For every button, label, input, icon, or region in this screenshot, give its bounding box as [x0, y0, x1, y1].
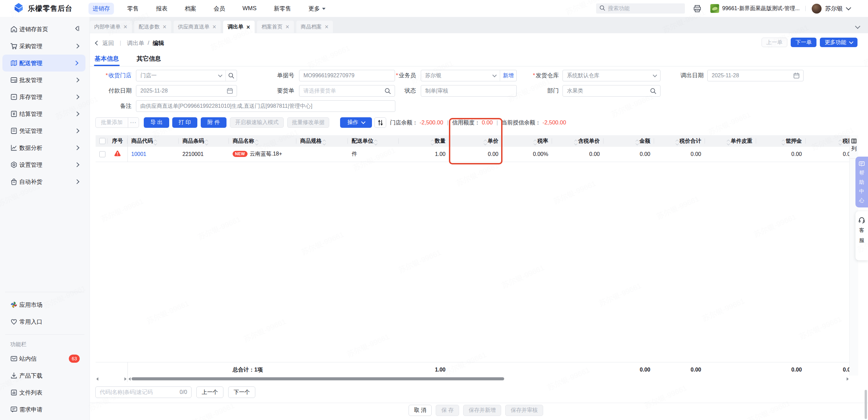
sidebar-item[interactable]: 库存管理 — [0, 88, 90, 105]
column-header[interactable]: 数量 — [399, 135, 449, 147]
sort-icon[interactable] — [575, 140, 577, 144]
sidebar-item[interactable]: 设置管理 — [0, 156, 90, 173]
column-header[interactable]: 税额 — [806, 135, 849, 147]
column-header[interactable]: 商品代码 — [127, 135, 179, 147]
sidebar-item[interactable]: 结算管理 — [0, 105, 90, 122]
speed-input-mode-button[interactable]: 开启极速输入模式 — [230, 117, 284, 128]
sort-icon[interactable] — [839, 140, 842, 144]
column-header[interactable]: 配送单位 — [348, 135, 399, 147]
column-header[interactable]: 商品规格 — [296, 135, 348, 147]
vertical-scrollbar-thumb[interactable] — [865, 390, 867, 419]
cancel-button[interactable]: 取 消 — [409, 405, 432, 416]
top-nav-item[interactable]: 会员 — [214, 3, 225, 15]
column-header[interactable]: 单价 — [449, 135, 502, 147]
column-header[interactable]: 单件皮重 — [705, 135, 756, 147]
document-tab[interactable]: 档案首页 × — [257, 21, 294, 33]
document-tab[interactable]: 供应商直送单 × — [174, 21, 221, 33]
column-header[interactable]: 商品名称 — [229, 135, 296, 147]
scrollbar-thumb[interactable] — [132, 377, 504, 380]
print-button[interactable]: 打 印 — [172, 117, 197, 128]
document-tab[interactable]: 调出单 × — [223, 21, 255, 33]
row-checkbox[interactable] — [99, 138, 105, 144]
pay-date-picker[interactable]: 2025-11-28 — [136, 85, 237, 97]
dept-input[interactable]: 水果类 — [563, 85, 660, 97]
tenant-switcher[interactable]: 99661-新界面果蔬版测试-管理... — [710, 4, 800, 13]
sidebar-item[interactable]: 自动补货 — [0, 173, 90, 190]
save-and-new-button[interactable]: 保存并新增 — [463, 405, 501, 416]
next-order-button[interactable]: 下一单 — [791, 38, 816, 47]
sidebar-item[interactable]: 文件列表 — [0, 384, 90, 401]
sidebar-item[interactable]: 常用入口 — [0, 313, 90, 330]
remark-input[interactable]: 由供应商直送单[PO99661992281010]生成,直送门店[9987811… — [136, 100, 395, 112]
column-header[interactable]: 税率 — [502, 135, 552, 147]
sort-icon[interactable] — [727, 140, 730, 144]
save-and-audit-button[interactable]: 保存并审核 — [505, 405, 543, 416]
top-nav-item[interactable]: 零售 — [127, 3, 139, 15]
attachment-button[interactable]: 附 件 — [201, 117, 226, 128]
back-button[interactable]: 返回 — [102, 39, 114, 47]
tab-close-icon[interactable]: × — [246, 24, 251, 30]
sidebar-item[interactable]: 站内信 63 — [0, 350, 90, 367]
tab-close-icon[interactable]: × — [123, 24, 128, 30]
scroll-left-icon[interactable] — [129, 377, 131, 381]
sidebar-collapse-icon[interactable] — [73, 25, 81, 34]
scroll-right-icon[interactable] — [847, 377, 849, 381]
row-checkbox[interactable] — [99, 151, 105, 157]
tab-close-icon[interactable]: × — [212, 24, 217, 30]
column-settings-button[interactable]: 列 — [850, 135, 858, 159]
global-search-input[interactable]: 搜索功能 — [596, 3, 685, 14]
document-tab[interactable]: 商品档案 × — [296, 21, 333, 33]
sort-icon[interactable] — [205, 140, 208, 144]
sidebar-item[interactable]: 进销存首页 — [0, 21, 90, 38]
help-center-tab[interactable]: 帮助中心 — [855, 157, 868, 207]
column-header[interactable]: 商品条码 — [179, 135, 229, 147]
sort-icon[interactable] — [323, 140, 326, 144]
printer-button[interactable] — [693, 4, 702, 13]
info-tab[interactable]: 其它信息 — [137, 51, 161, 66]
document-tab[interactable]: 内部申请单 × — [90, 21, 132, 33]
scroll-left-icon[interactable] — [96, 377, 98, 381]
column-header[interactable]: 筐押金 — [756, 135, 806, 147]
column-header[interactable]: 金额 — [604, 135, 654, 147]
top-nav-item[interactable]: 报表 — [156, 3, 167, 15]
tab-close-icon[interactable]: × — [285, 24, 290, 30]
tab-close-icon[interactable]: × — [162, 24, 167, 30]
save-button[interactable]: 保 存 — [436, 405, 459, 416]
action-dropdown-button[interactable]: 操作 — [340, 117, 372, 128]
sort-icon[interactable] — [431, 140, 434, 144]
sort-icon[interactable] — [534, 140, 536, 144]
sidebar-item[interactable]: 采购管理 — [0, 38, 90, 55]
sort-icon[interactable] — [676, 140, 678, 144]
batch-edit-button[interactable]: 批量修改单据 — [287, 117, 329, 128]
sort-icon[interactable] — [154, 140, 157, 144]
quickfind-input[interactable]: 代码|名称|条码|速记码 0/0 — [95, 386, 192, 398]
store-select[interactable]: 门店一 — [136, 70, 237, 81]
sort-icon[interactable] — [375, 140, 377, 144]
batch-add-button[interactable]: 批量添加 — [96, 118, 128, 127]
user-menu-chevron-icon[interactable] — [846, 5, 851, 10]
info-tab[interactable]: 基本信息 — [95, 51, 119, 66]
column-header[interactable]: 税价合计 — [654, 135, 705, 147]
sidebar-item[interactable]: 凭证管理 — [0, 122, 90, 139]
top-nav-item[interactable]: 更多 — [309, 3, 326, 15]
tabbar-overflow-button[interactable] — [852, 21, 863, 33]
batch-add-more-button[interactable]: ··· — [128, 118, 139, 127]
find-next-button[interactable]: 下一个 — [228, 386, 255, 398]
find-prev-button[interactable]: 上一个 — [196, 386, 223, 398]
sort-icon[interactable] — [484, 140, 487, 144]
sidebar-item[interactable]: 数据分析 — [0, 139, 90, 156]
sidebar-item[interactable]: 批发管理 — [0, 72, 90, 88]
top-nav-item[interactable]: WMS — [242, 3, 257, 14]
sidebar-item[interactable]: 需求申请 — [0, 401, 90, 418]
document-tab[interactable]: 配送参数 × — [134, 21, 171, 33]
back-chevron-icon[interactable] — [95, 41, 100, 45]
sidebar-item[interactable]: 配送管理 — [2, 55, 85, 72]
customer-service-button[interactable]: 客服 — [855, 211, 868, 260]
top-nav-item[interactable]: 进销存 — [88, 3, 114, 15]
sort-icon[interactable] — [782, 140, 785, 144]
user-avatar[interactable] — [812, 4, 822, 14]
sort-icon[interactable] — [636, 140, 638, 144]
tab-close-icon[interactable]: × — [324, 24, 329, 30]
column-header[interactable]: 含税单价 — [552, 135, 604, 147]
top-nav-item[interactable]: 档案 — [185, 3, 196, 15]
